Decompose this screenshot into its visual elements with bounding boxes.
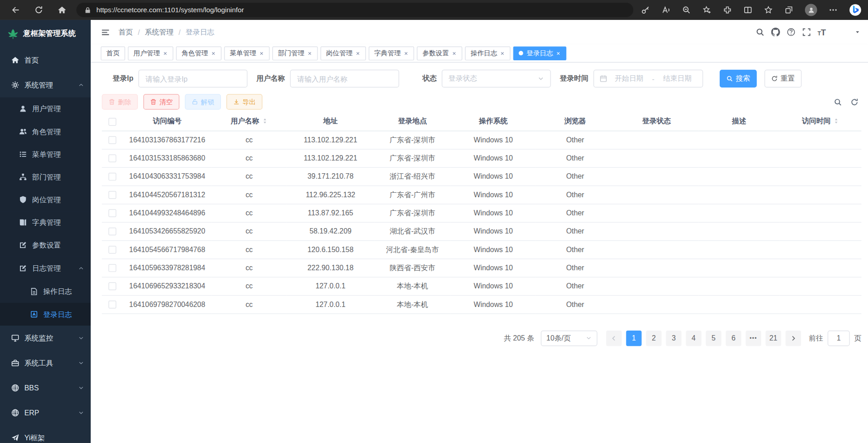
tab-close-icon[interactable]	[404, 51, 409, 56]
sidebar-item-dict-mgmt[interactable]: 字典管理	[0, 211, 91, 234]
page-button[interactable]: 6	[726, 330, 741, 346]
row-checkbox[interactable]	[108, 209, 116, 217]
tab-close-icon[interactable]	[500, 51, 505, 56]
user-avatar[interactable]	[833, 24, 848, 40]
sidebar-item-param-settings[interactable]: 参数设置	[0, 234, 91, 256]
search-icon[interactable]	[756, 28, 765, 37]
fullscreen-icon[interactable]	[802, 28, 811, 37]
sidebar-item-menu-mgmt[interactable]: 菜单管理	[0, 143, 91, 166]
select-all-checkbox[interactable]	[108, 118, 116, 126]
github-icon[interactable]	[771, 28, 780, 37]
column-header[interactable]: 用户名称	[211, 112, 287, 131]
page-button[interactable]: 2	[646, 330, 662, 346]
tab-dept-mgmt[interactable]: 部门管理	[273, 46, 318, 60]
favorites-bar-icon[interactable]	[764, 5, 773, 15]
clear-button[interactable]: 清空	[143, 94, 179, 110]
table-row[interactable]: 1641031533185863680cc113.102.129.221广东省-…	[102, 149, 862, 167]
sidebar-toggle-hamburger-icon[interactable]	[101, 27, 110, 37]
export-button[interactable]: 导出	[226, 94, 262, 110]
table-row[interactable]: 1641044520567181312cc112.96.225.132广东省-广…	[102, 185, 862, 204]
bing-icon[interactable]	[849, 4, 862, 16]
unlock-button[interactable]: 解锁	[185, 94, 221, 110]
table-row[interactable]: 1641043063331753984cc39.171.210.78浙江省-绍兴…	[102, 167, 862, 185]
extensions-icon[interactable]	[723, 5, 732, 15]
next-page-button[interactable]	[785, 330, 801, 346]
row-checkbox[interactable]	[108, 136, 116, 144]
page-size-select[interactable]: 10条/页	[541, 330, 598, 346]
table-row[interactable]: 1641069798270046208cc127.0.0.1本地-本机Windo…	[102, 295, 862, 313]
question-icon[interactable]	[786, 28, 795, 37]
ellipsis-icon[interactable]	[829, 5, 838, 15]
column-header[interactable]: 访问时间	[780, 112, 862, 131]
key-icon[interactable]	[641, 5, 650, 15]
table-row[interactable]: 1641044993248464896cc113.87.92.165广东省-深圳…	[102, 204, 862, 222]
tab-close-icon[interactable]	[259, 51, 264, 56]
goto-page-input[interactable]	[828, 330, 850, 346]
sidebar-item-login-log[interactable]: 登录日志	[0, 303, 91, 326]
tab-home[interactable]: 首页	[101, 46, 125, 60]
sidebar-item-user-mgmt[interactable]: 用户管理	[0, 97, 91, 120]
table-row[interactable]: 1641053426655825920cc58.19.42.209湖北省-武汉市…	[102, 222, 862, 240]
sidebar-item-system-mgmt[interactable]: 系统管理	[0, 73, 91, 97]
sidebar-item-home[interactable]: 首页	[0, 48, 91, 73]
sidebar-item-yi-framework[interactable]: Yi框架	[0, 425, 91, 443]
collections-icon[interactable]	[785, 5, 794, 15]
sidebar-item-bbs[interactable]: BBS	[0, 375, 91, 400]
row-checkbox[interactable]	[108, 173, 116, 180]
zoom-out-icon[interactable]	[682, 5, 691, 15]
sidebar-item-erp[interactable]: ERP	[0, 400, 91, 425]
page-button[interactable]: 1	[626, 330, 642, 346]
tab-login-log[interactable]: 登录日志	[513, 46, 566, 60]
more-pages-button[interactable]: •••	[746, 330, 761, 346]
page-button[interactable]: 5	[706, 330, 721, 346]
font-size-icon[interactable]: TT	[818, 28, 826, 36]
sidebar-item-role-mgmt[interactable]: 角色管理	[0, 120, 91, 143]
browser-refresh-button[interactable]	[34, 5, 44, 15]
favorite-add-icon[interactable]	[702, 5, 712, 15]
tab-operation-log[interactable]: 操作日志	[465, 46, 510, 60]
row-checkbox[interactable]	[108, 301, 116, 308]
breadcrumb-item[interactable]: 系统管理	[145, 27, 173, 37]
tab-close-icon[interactable]	[211, 51, 216, 56]
refresh-icon[interactable]	[850, 98, 858, 106]
delete-button[interactable]: 删除	[102, 94, 138, 110]
tab-close-icon[interactable]	[452, 51, 457, 56]
table-row[interactable]: 1641059633978281984cc222.90.130.18陕西省-西安…	[102, 258, 862, 277]
sort-icon[interactable]	[262, 118, 268, 124]
table-row[interactable]: 1641054566717984768cc120.6.150.158河北省-秦皇…	[102, 240, 862, 258]
table-row[interactable]: 1641031367863177216cc113.102.129.221广东省-…	[102, 131, 862, 149]
reset-button[interactable]: 重置	[765, 70, 802, 88]
split-screen-icon[interactable]	[743, 5, 752, 15]
profile-icon[interactable]	[805, 4, 817, 16]
browser-back-button[interactable]	[11, 5, 20, 15]
search-button[interactable]: 搜索	[720, 70, 757, 88]
tab-post-mgmt[interactable]: 岗位管理	[321, 46, 366, 60]
row-checkbox[interactable]	[108, 282, 116, 290]
breadcrumb-item[interactable]: 首页	[118, 27, 133, 37]
username-input[interactable]	[290, 70, 399, 88]
prev-page-button[interactable]	[606, 330, 622, 346]
page-button[interactable]: 3	[666, 330, 682, 346]
tab-dict-mgmt[interactable]: 字典管理	[369, 46, 414, 60]
tab-user-mgmt[interactable]: 用户管理	[128, 46, 173, 60]
read-aloud-icon[interactable]	[662, 5, 671, 15]
sidebar-item-system-monitor[interactable]: 系统监控	[0, 326, 91, 351]
tab-close-icon[interactable]	[556, 51, 561, 56]
table-row[interactable]: 1641069652933218304cc127.0.0.1本地-本机Windo…	[102, 277, 862, 295]
login-time-range-picker[interactable]: 开始日期-结束日期	[594, 70, 703, 88]
tab-param-settings[interactable]: 参数设置	[417, 46, 462, 60]
row-checkbox[interactable]	[108, 155, 116, 162]
tab-close-icon[interactable]	[307, 51, 312, 56]
status-select[interactable]: 登录状态	[442, 70, 551, 88]
row-checkbox[interactable]	[108, 246, 116, 254]
tab-close-icon[interactable]	[356, 51, 361, 56]
sidebar-item-dept-mgmt[interactable]: 部门管理	[0, 166, 91, 188]
app-logo[interactable]: 意框架管理系统	[0, 20, 91, 48]
sort-icon[interactable]	[833, 118, 839, 124]
sidebar-item-operation-log[interactable]: 操作日志	[0, 280, 91, 303]
sidebar-item-system-tools[interactable]: 系统工具	[0, 351, 91, 375]
login-ip-input[interactable]	[138, 70, 247, 88]
tab-close-icon[interactable]	[163, 51, 168, 56]
row-checkbox[interactable]	[108, 228, 116, 235]
sidebar-item-post-mgmt[interactable]: 岗位管理	[0, 188, 91, 211]
